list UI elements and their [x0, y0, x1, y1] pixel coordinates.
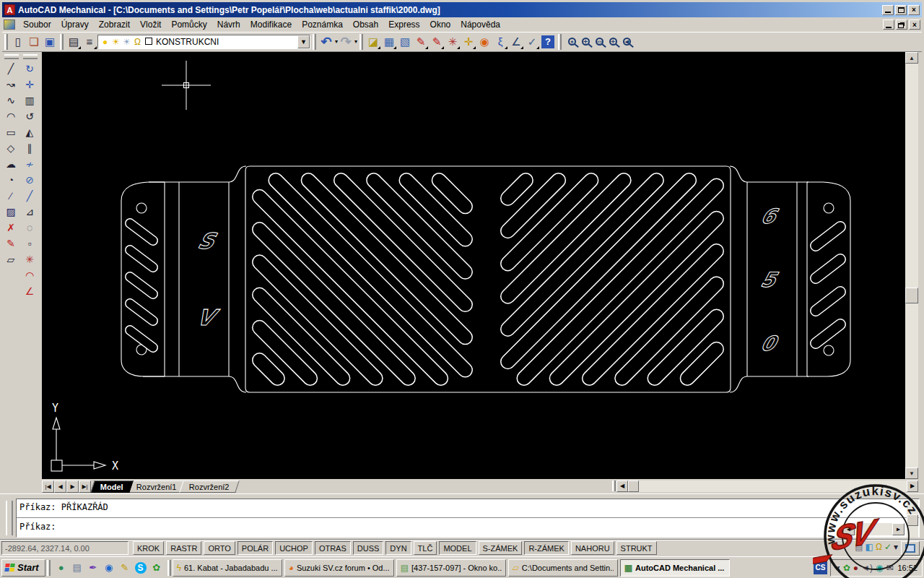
- viewport-freeze-icon[interactable]: ☀: [121, 37, 132, 47]
- menu-express[interactable]: Express: [383, 18, 424, 31]
- arc-icon[interactable]: ◠: [2, 108, 19, 124]
- rectangle-icon[interactable]: ▭: [2, 124, 19, 140]
- mail-icon[interactable]: ✉: [886, 563, 893, 573]
- child-minimize-button[interactable]: [883, 20, 894, 30]
- save-icon[interactable]: ▣: [42, 34, 58, 50]
- command-horizontal-scrollbar[interactable]: ◀ ▶: [842, 523, 905, 535]
- status-toggle-tl-[interactable]: TLČ: [414, 541, 437, 555]
- bulb-on-icon[interactable]: ●: [100, 37, 110, 47]
- spline-icon[interactable]: ∿: [2, 92, 19, 108]
- scroll-down-button[interactable]: ▼: [905, 467, 918, 479]
- menu-n-pov-da[interactable]: Nápověda: [456, 18, 505, 31]
- zoom-realtime-icon[interactable]: ±: [568, 38, 576, 46]
- open-icon[interactable]: ❏: [26, 34, 42, 50]
- hatch-icon[interactable]: ▨: [2, 204, 19, 220]
- table-icon[interactable]: ▦: [381, 34, 397, 50]
- draw-toolbar-grip[interactable]: [4, 54, 19, 59]
- thaw-icon[interactable]: ☀: [110, 37, 121, 47]
- tab-nav-1[interactable]: ◀: [54, 480, 66, 493]
- menu-pozn-mka[interactable]: Poznámka: [297, 18, 348, 31]
- status-toggle-krok[interactable]: KROK: [133, 541, 164, 555]
- tab-nav-3[interactable]: ▶|: [79, 480, 91, 493]
- circle-icon[interactable]: ◔: [2, 172, 19, 188]
- polyline-icon[interactable]: ↝: [2, 77, 19, 92]
- drawing-icon[interactable]: [4, 20, 15, 30]
- start-button[interactable]: Start: [1, 559, 45, 577]
- mirror-icon[interactable]: ◭: [21, 124, 38, 140]
- status-toggle-uchop[interactable]: UCHOP: [275, 541, 313, 555]
- menu-n-vrh[interactable]: Návrh: [212, 18, 245, 31]
- clean-screen-button[interactable]: [901, 541, 920, 556]
- minimize-button[interactable]: [882, 5, 894, 15]
- orbit-icon[interactable]: ↺: [21, 108, 38, 124]
- volume-icon[interactable]: ◄): [861, 563, 873, 573]
- offset-icon[interactable]: ∥: [21, 140, 38, 156]
- layer-tools-icon[interactable]: ≡: [82, 34, 97, 50]
- help-icon[interactable]: ?: [541, 35, 554, 48]
- title-block-icon[interactable]: ▧: [397, 34, 413, 50]
- toolbar-grip[interactable]: [313, 34, 316, 50]
- power-recall-icon[interactable]: ◉: [476, 34, 492, 50]
- status-toggle-dyn[interactable]: DYN: [385, 541, 411, 555]
- toolbar-lock-icon[interactable]: Ω: [876, 542, 882, 552]
- angle-icon[interactable]: ∠: [508, 34, 524, 50]
- toolbar-grip[interactable]: [558, 34, 562, 50]
- command-window-grip[interactable]: [6, 501, 13, 535]
- assoc-arrows-icon[interactable]: ✛: [461, 34, 476, 50]
- task-button-3[interactable]: ▱C:\Documents and Settin...: [508, 559, 618, 577]
- color-swatch[interactable]: [143, 37, 154, 47]
- snap-icon[interactable]: ✳: [21, 251, 38, 267]
- icq-tray-icon[interactable]: ✿: [843, 563, 850, 573]
- power-snap-icon[interactable]: ◪: [365, 34, 381, 50]
- show-desktop-icon[interactable]: ▤: [70, 561, 84, 575]
- maximize-button[interactable]: [895, 5, 907, 15]
- tab-rozvržení1[interactable]: Rozvržení1: [126, 480, 186, 493]
- zoom-extents-icon[interactable]: ✛: [609, 38, 617, 46]
- undo-button[interactable]: ↶: [318, 34, 334, 50]
- zoom-previous-icon[interactable]: ◀: [623, 38, 631, 46]
- join-icon[interactable]: ╱: [21, 188, 38, 204]
- icq-icon[interactable]: ✿: [149, 561, 164, 575]
- vertical-scroll-thumb[interactable]: [905, 288, 918, 303]
- app-ball-icon[interactable]: ●: [853, 563, 858, 573]
- scroll-up-button[interactable]: ▲: [905, 52, 918, 64]
- status-toggle-rastr[interactable]: RASTR: [166, 541, 201, 555]
- utility-icon[interactable]: ✒: [86, 561, 100, 575]
- scroll-right-button[interactable]: ▶: [907, 480, 918, 492]
- trim-icon[interactable]: ⊿: [21, 204, 38, 220]
- menu-zobrazit[interactable]: Zobrazit: [94, 18, 135, 31]
- task-button-1[interactable]: ◕Suzuki SV.cz forum • Od...: [284, 559, 394, 577]
- zoom-window-icon[interactable]: ▭: [596, 38, 603, 46]
- power-erase-icon[interactable]: ✳: [445, 34, 461, 50]
- power-edit2-icon[interactable]: ✎: [2, 236, 19, 251]
- status-toggle-orto[interactable]: ORTO: [204, 541, 235, 555]
- paint-icon[interactable]: ✎: [118, 561, 132, 575]
- status-toggle-otras[interactable]: OTRAS: [315, 541, 351, 555]
- child-restore-button[interactable]: [896, 20, 907, 30]
- task-button-0[interactable]: ϟ61. Kabat - Jabadabadu ...: [173, 559, 282, 577]
- line-icon[interactable]: ╱: [2, 61, 19, 77]
- command-text-area[interactable]: Příkaz: PŘÍKAZŘÁD Příkaz: ◀ ▶: [16, 499, 920, 538]
- messenger-icon[interactable]: ◉: [876, 563, 883, 573]
- redo-dropdown[interactable]: ▾: [354, 38, 357, 45]
- tab-rozvržení2[interactable]: Rozvržení2: [180, 480, 240, 493]
- skype-icon[interactable]: S: [135, 562, 147, 574]
- region-icon[interactable]: ▱: [2, 251, 19, 267]
- command-vertical-scrollbar[interactable]: [907, 500, 918, 538]
- modify-toolbar-grip[interactable]: [23, 54, 38, 59]
- status-dropdown-icon[interactable]: ▾: [894, 542, 898, 552]
- tab-nav-0[interactable]: |◀: [42, 480, 54, 493]
- break-icon[interactable]: ≁: [21, 156, 38, 172]
- move-icon[interactable]: ✛: [21, 77, 38, 92]
- menu-modifikace[interactable]: Modifikace: [245, 18, 297, 31]
- task-button-2[interactable]: ▤[437-157-097] - Okno ko...: [396, 559, 506, 577]
- fillet-icon[interactable]: ◠: [21, 267, 38, 283]
- command-scroll-left[interactable]: ◀: [842, 523, 855, 535]
- toolbar-grip[interactable]: [60, 34, 64, 50]
- tab-model[interactable]: Model: [90, 480, 133, 493]
- surface-symbol-icon[interactable]: ✓: [524, 34, 540, 50]
- status-toggle-r-z-mek[interactable]: R-ZÁMEK: [524, 541, 569, 555]
- command-scroll-thumb[interactable]: [907, 514, 918, 526]
- pan-icon[interactable]: ✛: [582, 38, 590, 46]
- polygon-icon[interactable]: ◇: [2, 140, 19, 156]
